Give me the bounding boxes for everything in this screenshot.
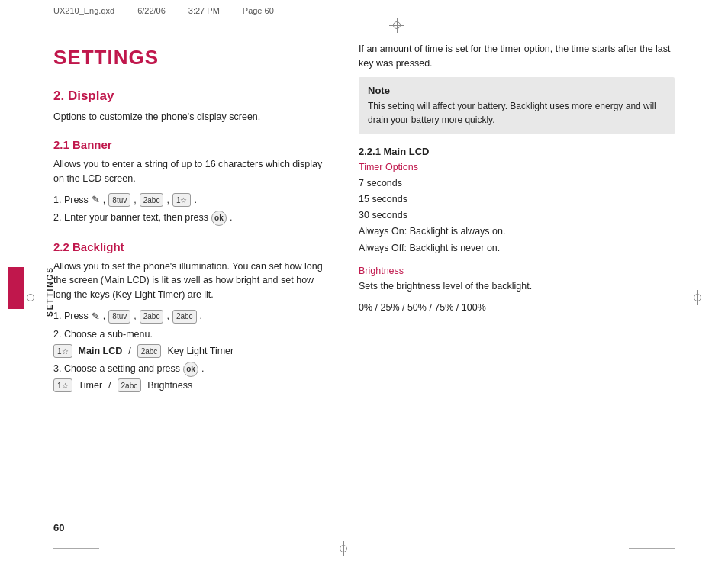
pencil-key-2: ✎: [92, 308, 100, 325]
banner-body: Allows you to enter a string of up to 16…: [53, 157, 328, 186]
timer-item-4: Always Off: Backlight is never on.: [359, 240, 675, 256]
intro-text: If an amount of time is set for the time…: [359, 42, 675, 71]
border-bottom-left: [53, 548, 99, 549]
submenu-timer-brightness: 1☆ Timer / 2abc Brightness: [53, 378, 328, 392]
two-key-submenu1: 2abc: [137, 344, 162, 358]
page-content: SETTINGS SETTINGS 2. Display Options to …: [53, 42, 675, 541]
brightness-values: 0% / 25% / 50% / 75% / 100%: [359, 300, 675, 316]
brightness-label: Brightness: [359, 266, 675, 276]
border-bottom-right: [629, 548, 675, 549]
ok-key-1: ok: [211, 211, 227, 226]
note-title: Note: [368, 85, 665, 96]
backlight-body: Allows you to set the phone's illuminati…: [53, 259, 328, 302]
main-lcd-label: Main LCD: [79, 346, 123, 356]
one-key-1: 1☆: [172, 193, 192, 207]
timer-item-0: 7 seconds: [359, 176, 675, 192]
backlight-step1: 1. Press ✎ , 8tuv , 2abc , 2abc .: [53, 308, 328, 325]
header-time: 3:27 PM: [188, 6, 220, 15]
timer-item-3: Always On: Backlight is always on.: [359, 224, 675, 240]
page-title: SETTINGS: [53, 46, 328, 69]
banner-step2: 2. Enter your banner text, then press ok…: [53, 210, 328, 226]
brightness-label-sub: Brightness: [147, 380, 192, 391]
reg-mark-top-left: [389, 18, 404, 33]
banner-step1: 1. Press ✎ , 8tuv , 2abc , 1☆ .: [53, 192, 328, 208]
page-number: 60: [53, 522, 64, 533]
abc-key-1: 2abc: [140, 193, 164, 207]
abc-key-3: 2abc: [172, 310, 197, 324]
left-column: SETTINGS SETTINGS 2. Display Options to …: [53, 42, 343, 541]
submenu-main-lcd: 1☆ Main LCD / 2abc Key Light Timer: [53, 344, 328, 358]
one-key-submenu2: 1☆: [53, 378, 72, 392]
main-lcd-heading: 2.2.1 Main LCD: [359, 146, 675, 157]
header-page: Page 60: [243, 6, 274, 15]
filename: UX210_Eng.qxd: [53, 6, 114, 15]
reg-mark-left: [23, 290, 38, 305]
backlight-heading: 2.2 Backlight: [53, 240, 328, 253]
timer-label-sub: Timer: [79, 380, 102, 391]
right-column: If an amount of time is set for the time…: [343, 42, 675, 541]
file-info: UX210_Eng.qxd 6/22/06 3:27 PM Page 60: [53, 6, 274, 15]
abc-key-2: 2abc: [140, 310, 164, 324]
tuv-key-2: 8tuv: [108, 310, 130, 324]
brightness-desc: Sets the brightness level of the backlig…: [359, 279, 675, 294]
tuv-key-1: 8tuv: [108, 193, 130, 207]
key-light-timer-label: Key Light Timer: [167, 346, 234, 356]
display-heading: 2. Display: [53, 89, 328, 104]
border-top-left: [53, 31, 99, 31]
timer-options-label: Timer Options: [359, 162, 675, 172]
header-date: 6/22/06: [137, 6, 166, 15]
border-top-right: [629, 31, 675, 31]
one-key-submenu1: 1☆: [53, 344, 72, 358]
banner-heading: 2.1 Banner: [53, 138, 328, 151]
note-body: This setting will affect your battery. B…: [368, 99, 665, 127]
reg-mark-right: [690, 290, 705, 305]
backlight-step2: 2. Choose a sub-menu.: [53, 327, 328, 343]
pencil-key-1: ✎: [92, 192, 100, 208]
header-bar: UX210_Eng.qxd 6/22/06 3:27 PM Page 60: [53, 6, 675, 15]
settings-vertical-label: SETTINGS: [46, 266, 54, 317]
timer-item-1: 15 seconds: [359, 192, 675, 208]
ok-key-2: ok: [183, 362, 198, 377]
two-key-submenu2: 2abc: [118, 378, 142, 392]
reg-mark-bottom-left: [336, 541, 351, 556]
note-box: Note This setting will affect your batte…: [359, 77, 675, 134]
timer-item-2: 30 seconds: [359, 208, 675, 224]
sidebar-accent: [8, 267, 24, 309]
display-body: Options to customize the phone's display…: [53, 110, 328, 124]
backlight-step3: 3. Choose a setting and press ok .: [53, 361, 328, 377]
